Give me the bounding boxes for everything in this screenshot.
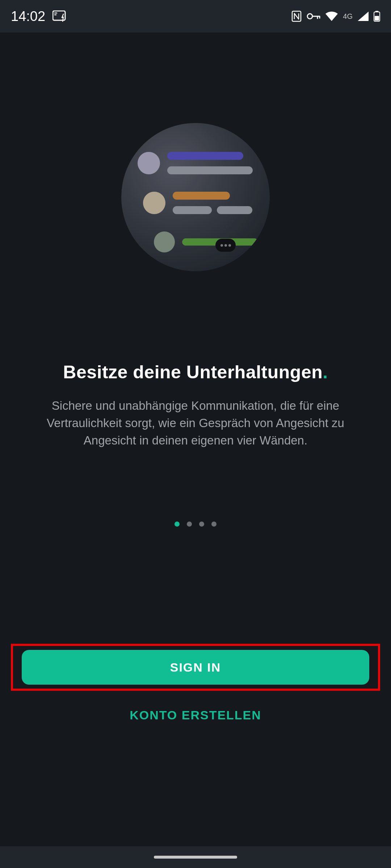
nfc-icon [291,10,302,22]
page-indicator [175,522,216,527]
network-type-label: 4G [343,12,353,21]
headline-text: Besitze deine Unterhaltungen [63,362,323,382]
sign-in-button[interactable]: SIGN IN [22,650,369,685]
page-dot-2[interactable] [187,522,192,527]
status-bar: 14:02 4G [0,0,391,33]
page-dot-3[interactable] [199,522,204,527]
onboarding-headline: Besitze deine Unterhaltungen. [63,362,328,383]
headline-dot: . [323,362,328,382]
nav-handle[interactable] [154,856,237,859]
page-dot-4[interactable] [211,522,216,527]
page-dot-1[interactable] [175,522,180,527]
create-account-button[interactable]: KONTO ERSTELLEN [0,708,391,722]
battery-icon [374,11,380,22]
onboarding-subtitle: Sichere und unabhängige Kommunikation, d… [0,397,391,449]
typing-indicator-icon [215,239,236,252]
onboarding-illustration [121,123,270,271]
svg-point-2 [307,14,312,19]
status-left: 14:02 [11,9,67,24]
highlight-box: SIGN IN [11,644,380,691]
status-time: 14:02 [11,9,45,24]
cellular-signal-icon [358,12,369,21]
wifi-icon [325,12,338,21]
terminal-charging-icon [52,10,67,22]
onboarding-content: Besitze deine Unterhaltungen. Sichere un… [0,33,391,527]
navigation-bar [0,846,391,868]
vpn-key-icon [307,13,320,20]
svg-rect-5 [375,16,379,21]
status-right: 4G [291,10,380,22]
